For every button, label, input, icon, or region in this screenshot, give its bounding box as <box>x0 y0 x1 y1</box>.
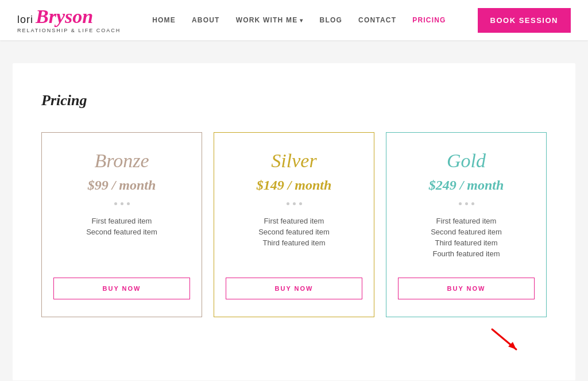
logo-first-name: lori <box>17 14 33 25</box>
nav-blog[interactable]: BLOG <box>320 16 342 24</box>
dot-2 <box>293 202 296 205</box>
nav-home[interactable]: HOME <box>152 16 176 24</box>
dot-1 <box>114 202 117 205</box>
dot-3 <box>471 202 474 205</box>
pricing-grid: Bronze $99 / month First featured item S… <box>41 132 547 317</box>
content-container: Pricing Bronze $99 / month First feature… <box>13 63 575 380</box>
silver-buy-now-button[interactable]: BUY NOW <box>226 278 362 299</box>
list-item: Second featured item <box>86 228 157 236</box>
list-item: First featured item <box>258 217 330 225</box>
silver-card-price: $149 / month <box>257 178 332 193</box>
logo-tagline: RELATIONSHIP & LIFE COACH <box>17 28 121 33</box>
dot-1 <box>459 202 462 205</box>
chevron-down-icon: ▾ <box>300 17 303 24</box>
dot-3 <box>127 202 130 205</box>
list-item: Second featured item <box>258 228 330 236</box>
book-session-button[interactable]: BOOK SESSION <box>478 8 571 33</box>
page-title: Pricing <box>41 92 547 109</box>
gold-card-title: Gold <box>447 150 486 172</box>
list-item: First featured item <box>431 217 502 225</box>
dot-2 <box>465 202 468 205</box>
nav-pricing[interactable]: PRICING <box>412 16 446 24</box>
pricing-card-silver: Silver $149 / month First featured item … <box>214 132 374 317</box>
logo: lori Bryson RELATIONSHIP & LIFE COACH <box>17 7 121 33</box>
pricing-card-gold: Gold $249 / month First featured item Se… <box>386 132 547 317</box>
gold-card-price: $249 / month <box>429 178 504 193</box>
red-arrow-icon <box>486 324 524 357</box>
bronze-buy-now-button[interactable]: BUY NOW <box>53 278 190 299</box>
nav-about[interactable]: ABOUT <box>192 16 220 24</box>
gold-features: First featured item Second featured item… <box>431 217 502 260</box>
list-item: Second featured item <box>431 228 502 236</box>
list-item: Third featured item <box>431 238 502 247</box>
main-content: Pricing Bronze $99 / month First feature… <box>0 40 588 381</box>
silver-features: First featured item Second featured item… <box>258 217 330 260</box>
gold-dots <box>459 202 474 205</box>
logo-last-name: Bryson <box>36 7 93 26</box>
dot-3 <box>299 202 302 205</box>
list-item: Third featured item <box>258 238 330 247</box>
dot-1 <box>287 202 289 205</box>
silver-dots <box>287 202 302 205</box>
dot-2 <box>121 202 123 205</box>
nav-work-with-me[interactable]: WORK WITH ME ▾ <box>236 16 304 24</box>
bronze-features: First featured item Second featured item <box>86 217 157 260</box>
pricing-card-bronze: Bronze $99 / month First featured item S… <box>41 132 202 317</box>
bronze-card-price: $99 / month <box>88 178 156 193</box>
list-item: First featured item <box>86 217 157 225</box>
nav-contact[interactable]: CONTACT <box>358 16 396 24</box>
arrow-container <box>41 317 547 346</box>
gold-buy-now-button[interactable]: BUY NOW <box>398 278 535 299</box>
main-nav: HOME ABOUT WORK WITH ME ▾ BLOG CONTACT P… <box>152 16 446 24</box>
header: lori Bryson RELATIONSHIP & LIFE COACH HO… <box>0 0 588 40</box>
bronze-card-title: Bronze <box>94 150 149 172</box>
list-item: Fourth featured item <box>431 249 502 258</box>
bronze-dots <box>114 202 130 205</box>
silver-card-title: Silver <box>271 150 316 172</box>
logo-name: lori Bryson <box>17 7 121 26</box>
